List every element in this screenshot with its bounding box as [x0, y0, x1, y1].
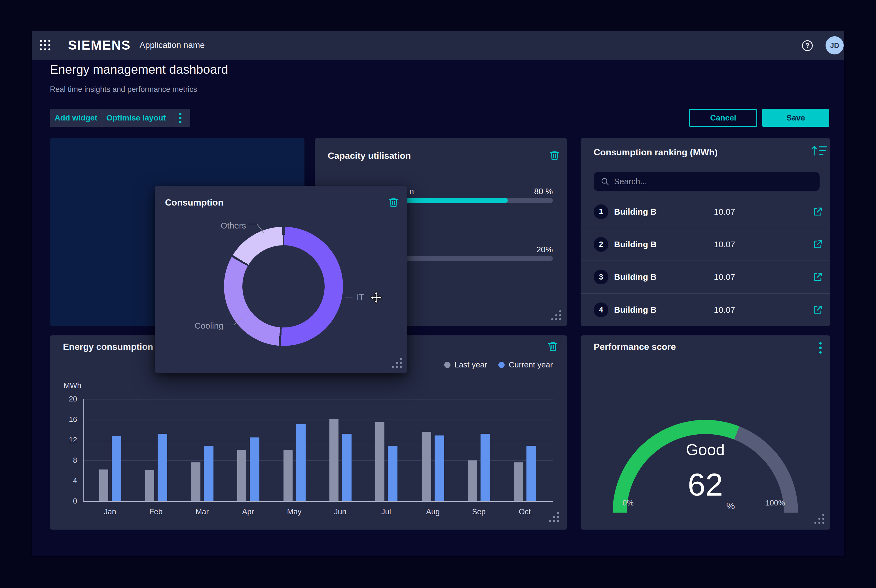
app-launcher-icon[interactable]: [39, 39, 52, 52]
consumption-value: 10.07: [714, 207, 735, 217]
y-axis-tick: 16: [56, 415, 77, 424]
performance-score-widget: Performance score Good 62 % 0% 100%: [580, 335, 830, 530]
consumption-value: 10.07: [714, 272, 735, 282]
bar-last-year: [468, 460, 477, 501]
bar-current-year: [480, 434, 490, 501]
help-icon[interactable]: ?: [802, 40, 813, 51]
building-name: Building B: [614, 240, 657, 249]
energy-dashboard-app: SIEMENS Application name ? JD Energy man…: [0, 0, 876, 588]
x-axis-line: [83, 501, 553, 502]
toolbar-kebab-button[interactable]: [170, 109, 190, 127]
x-axis-label: Oct: [508, 507, 542, 516]
x-axis-label: Aug: [416, 507, 450, 516]
bar-last-year: [191, 462, 200, 501]
resize-grip-icon[interactable]: [548, 512, 560, 523]
gauge-score-unit: %: [726, 500, 735, 512]
bar-current-year: [204, 446, 213, 501]
rank-badge: 1: [594, 204, 608, 219]
rank-badge: 3: [594, 270, 608, 284]
ranking-row[interactable]: 2 Building B 10.07: [580, 228, 830, 261]
bar-current-year: [526, 446, 536, 501]
page-title: Energy management dashboard: [50, 62, 228, 76]
building-name: Building B: [614, 305, 657, 315]
widget-title: Capacity utilisation: [328, 150, 411, 161]
gauge-max-label: 100%: [765, 499, 785, 507]
consumption-widget-floating[interactable]: Consumption Others IT Cooling: [155, 186, 407, 373]
y-axis-tick: 4: [56, 476, 77, 485]
bar-current-year: [342, 434, 351, 501]
x-axis-label: Feb: [139, 507, 173, 516]
optimise-layout-button[interactable]: Optimise layout: [102, 109, 170, 127]
bar-current-year: [112, 436, 122, 501]
siemens-logo: SIEMENS: [68, 38, 131, 53]
x-axis-label: Jan: [93, 507, 127, 516]
bar-last-year: [284, 450, 292, 501]
bar-last-year: [422, 432, 431, 501]
widget-title: Consumption ranking (MWh): [594, 147, 717, 158]
bar-current-year: [388, 446, 398, 501]
donut-label-it: IT: [357, 292, 364, 302]
ranking-row[interactable]: 3 Building B 10.07: [580, 261, 830, 293]
page-subtitle: Real time insights and performance metri…: [50, 85, 197, 94]
ranking-row[interactable]: 4 Building B 10.07: [580, 293, 830, 326]
gauge-score: 62: [580, 466, 830, 503]
bar-last-year: [375, 422, 384, 501]
bar-current-year: [435, 435, 444, 501]
gauge-rating: Good: [580, 440, 830, 459]
resize-grip-icon[interactable]: [550, 310, 562, 321]
search-icon: [600, 177, 609, 186]
avatar[interactable]: JD: [825, 36, 844, 54]
widget-title: Performance score: [594, 342, 676, 352]
progress-value: 80 %: [534, 187, 553, 196]
y-axis-tick: 8: [56, 456, 77, 465]
gauge-min-label: 0%: [622, 499, 634, 507]
progress-label-fragment: n: [410, 187, 414, 196]
widget-kebab-icon[interactable]: [819, 341, 822, 355]
sort-icon[interactable]: [810, 143, 828, 158]
donut-label-cooling: Cooling: [167, 321, 224, 331]
building-name: Building B: [614, 272, 657, 282]
y-axis-line: [83, 399, 84, 502]
external-link-icon[interactable]: [812, 206, 823, 218]
application-name: Application name: [140, 40, 205, 50]
building-name: Building B: [614, 207, 657, 217]
bar-current-year: [296, 424, 306, 501]
x-axis-label: Jul: [369, 507, 403, 516]
y-axis-tick: 0: [56, 497, 77, 506]
move-cursor-icon: [369, 291, 383, 304]
search-input[interactable]: Search...: [594, 172, 820, 191]
y-axis-tick: 12: [56, 435, 77, 444]
kebab-icon: [179, 112, 182, 124]
gridline: [83, 399, 553, 399]
ranking-row[interactable]: 1 Building B 10.07: [580, 195, 830, 228]
x-axis-label: Apr: [231, 507, 265, 516]
x-axis-label: Sep: [462, 507, 496, 516]
bar-current-year: [250, 438, 260, 501]
bar-last-year: [99, 470, 108, 501]
external-link-icon[interactable]: [812, 272, 823, 283]
search-placeholder: Search...: [614, 172, 647, 191]
gridline: [83, 420, 553, 420]
progress-value: 20%: [536, 245, 553, 254]
x-axis-label: May: [277, 507, 311, 516]
donut-label-others: Others: [189, 221, 246, 231]
consumption-value: 10.07: [714, 240, 735, 249]
delete-widget-icon[interactable]: [548, 149, 561, 161]
resize-grip-icon[interactable]: [814, 513, 825, 525]
y-axis-tick: 20: [56, 394, 77, 404]
external-link-icon[interactable]: [812, 239, 823, 250]
consumption-ranking-widget: Consumption ranking (MWh) Search... 1 Bu…: [580, 138, 830, 326]
bar-last-year: [329, 419, 339, 501]
cancel-button[interactable]: Cancel: [689, 109, 757, 127]
rank-badge: 4: [594, 303, 608, 317]
consumption-value: 10.07: [714, 305, 735, 315]
bar-current-year: [158, 434, 167, 501]
external-link-icon[interactable]: [812, 304, 823, 315]
donut-leader-lines: [155, 186, 407, 373]
add-widget-button[interactable]: Add widget: [50, 109, 102, 127]
resize-grip-icon[interactable]: [391, 357, 403, 369]
save-button[interactable]: Save: [762, 109, 829, 127]
bar-last-year: [145, 470, 154, 501]
bar-last-year: [514, 462, 523, 501]
rank-badge: 2: [594, 237, 608, 252]
